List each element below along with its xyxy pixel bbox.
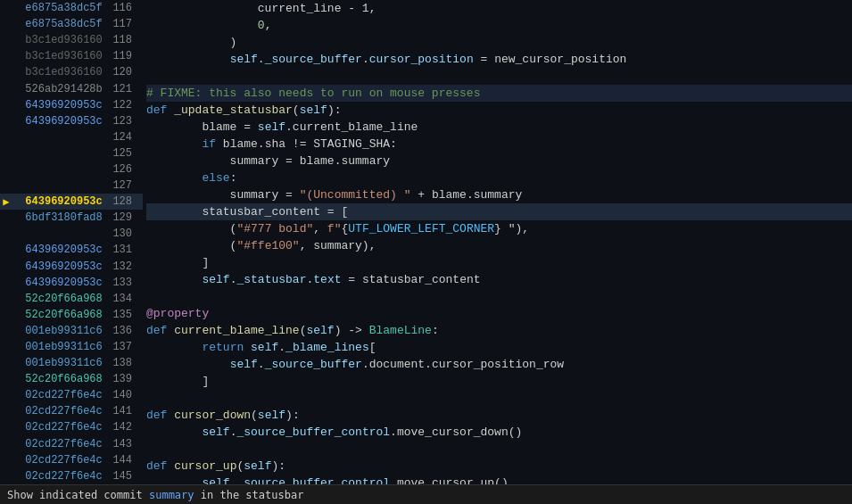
- git-hash: e6875a38dc5f: [12, 2, 108, 14]
- token-str: "#ffe100": [236, 239, 299, 252]
- line-number: 119: [108, 50, 139, 62]
- code-line: ]: [146, 373, 852, 390]
- code-content: else:: [146, 169, 236, 186]
- token-fn: _update_statusbar: [174, 103, 293, 117]
- current-line-arrow: ▶: [0, 195, 12, 209]
- token-num: 0: [146, 19, 265, 32]
- code-line: self._source_buffer.document.cursor_posi…: [146, 356, 852, 373]
- line-number: 143: [108, 438, 139, 450]
- gutter-row: b3c1ed936160119: [0, 48, 143, 64]
- token-attr: _blame_lines: [285, 341, 369, 354]
- token-comment: # FIXME: this also needs to run on mouse…: [146, 87, 480, 100]
- gutter-row: 001eb99311c6137: [0, 339, 143, 355]
- token-plain: ):: [271, 459, 285, 473]
- token-self-kw: self: [306, 324, 334, 337]
- gutter: e6875a38dc5f116 e6875a38dc5f117 b3c1ed93…: [0, 0, 143, 484]
- token-plain: (: [251, 409, 258, 422]
- line-number: 117: [108, 18, 139, 30]
- line-number: 118: [108, 34, 139, 46]
- gutter-row: b3c1ed936160118: [0, 32, 143, 48]
- token-plain: [: [369, 341, 376, 354]
- git-hash: b3c1ed936160: [12, 50, 108, 62]
- gutter-row: 6bdf3180fad8129: [0, 210, 143, 226]
- code-content: def cursor_up(self):: [146, 458, 285, 475]
- line-number: 141: [108, 405, 139, 417]
- code-content: ]: [146, 254, 209, 271]
- code-line: self._source_buffer.cursor_position = ne…: [146, 51, 852, 68]
- code-content: self._source_buffer.document.cursor_posi…: [146, 356, 564, 373]
- code-line: summary = blame.summary: [146, 153, 852, 169]
- line-number: 131: [108, 244, 139, 256]
- line-number: 133: [108, 277, 139, 289]
- gutter-row: 52c20f66a968135: [0, 307, 143, 323]
- gutter-row: 02cd227f6e4c143: [0, 436, 143, 452]
- gutter-row: 126: [0, 161, 143, 178]
- token-self-kw: self: [230, 358, 258, 371]
- code-content: def current_blame_line(self) -> BlameLin…: [146, 322, 439, 339]
- git-hash: 001eb99311c6: [12, 357, 108, 369]
- token-self-kw: self: [244, 459, 271, 473]
- token-plain: .document.cursor_position_row: [362, 358, 564, 371]
- token-op: =: [348, 273, 355, 286]
- status-plain: in: [194, 489, 220, 501]
- token-kw: def: [146, 409, 167, 422]
- gutter-row: 02cd227f6e4c140: [0, 387, 143, 403]
- git-hash: 02cd227f6e4c: [12, 470, 108, 483]
- gutter-row: 526ab291428b121: [0, 80, 143, 96]
- token-plain: ]: [146, 256, 209, 269]
- gutter-row: ▶64396920953c128: [0, 194, 143, 210]
- token-plain: statusbar_content: [355, 273, 480, 286]
- code-line: ]: [146, 254, 852, 271]
- git-hash: e6875a38dc5f: [12, 18, 108, 30]
- code-line: current_line - 1,: [146, 0, 852, 17]
- git-hash: 6bdf3180fad8: [12, 211, 108, 224]
- token-plain: (: [293, 103, 300, 117]
- code-line: statusbar_content = [: [146, 203, 852, 220]
- line-number: 130: [108, 227, 139, 240]
- line-number: 142: [108, 421, 139, 434]
- token-self-kw: self: [258, 409, 285, 422]
- status-plain: Show indicated commit: [7, 489, 149, 501]
- code-line: 0,: [146, 17, 852, 34]
- token-plain: [146, 273, 202, 286]
- token-plain: summary: [146, 188, 285, 202]
- status-bar: Show indicated commit summary in the sta…: [0, 484, 852, 504]
- status-plain: statusbar: [239, 489, 303, 501]
- code-line: ("#777 bold", f"{UTF_LOWER_LEFT_CORNER} …: [146, 220, 852, 237]
- token-plain: blame.summary: [293, 154, 390, 168]
- token-self-kw: self: [202, 476, 229, 484]
- token-kw: def: [146, 103, 167, 117]
- token-self-kw: self: [202, 273, 229, 286]
- code-content: self._source_buffer_control.move_cursor_…: [146, 475, 509, 484]
- code-content: self._statusbar.text = statusbar_content: [146, 271, 481, 288]
- gutter-row: 001eb99311c6136: [0, 323, 143, 339]
- gutter-row: 64396920953c123: [0, 113, 143, 129]
- token-fstring: f": [327, 222, 342, 235]
- editor-area: e6875a38dc5f116 e6875a38dc5f117 b3c1ed93…: [0, 0, 852, 484]
- line-number: 122: [108, 99, 139, 112]
- gutter-row: 124: [0, 129, 143, 145]
- git-hash: 001eb99311c6: [12, 325, 108, 337]
- token-plain: ):: [327, 103, 342, 117]
- code-content: return self._blame_lines[: [146, 339, 376, 356]
- token-plain: [244, 341, 251, 354]
- token-plain: [146, 476, 202, 484]
- git-hash: b3c1ed936160: [12, 34, 108, 46]
- token-attr: _source_buffer_control: [236, 426, 390, 439]
- token-plain: (: [146, 222, 236, 235]
- line-number: 128: [108, 195, 139, 208]
- code-line: [146, 441, 852, 458]
- line-number: 135: [108, 309, 139, 321]
- token-plain: .: [258, 358, 265, 371]
- git-hash: 52c20f66a968: [12, 309, 108, 321]
- token-plain: .: [278, 341, 285, 354]
- token-op: +: [418, 188, 425, 202]
- code-area: current_line - 1, 0, ) self._source_buff…: [143, 0, 852, 484]
- git-hash: b3c1ed936160: [12, 66, 108, 78]
- token-attr: _source_buffer_control: [236, 476, 390, 484]
- token-plain: ,: [313, 222, 327, 235]
- token-plain: .move_cursor_up(): [390, 476, 509, 484]
- token-plain: [146, 171, 202, 185]
- code-line: else:: [146, 169, 852, 186]
- token-str: "#777 bold": [236, 222, 313, 235]
